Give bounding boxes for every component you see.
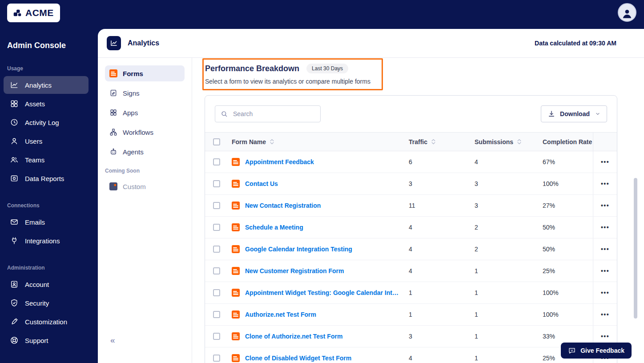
sidebar-item-assets[interactable]: Assets	[4, 95, 89, 113]
row-actions-button[interactable]: •••	[598, 222, 612, 233]
submissions-value: 2	[475, 246, 543, 253]
form-name-link[interactable]: Authorize.net Test Form	[245, 311, 316, 318]
sidebar-item-teams[interactable]: Teams	[4, 151, 89, 169]
people-icon	[10, 155, 19, 164]
page-scrollbar[interactable]	[634, 178, 637, 319]
subnav-item-custom[interactable]: Custom	[105, 178, 185, 194]
table-row: New Contact Registration 11 3 27% •••	[205, 195, 617, 217]
sidebar-item-integrations[interactable]: Integrations	[4, 232, 89, 250]
form-name-link[interactable]: Contact Us	[245, 180, 278, 187]
row-checkbox[interactable]	[213, 246, 220, 253]
form-icon	[232, 289, 240, 297]
form-icon	[232, 158, 240, 166]
row-checkbox[interactable]	[213, 311, 220, 318]
give-feedback-button[interactable]: Give Feedback	[561, 343, 632, 359]
row-actions-button[interactable]: •••	[598, 309, 612, 320]
sidebar-item-customization[interactable]: Customization	[4, 313, 89, 331]
sidebar-item-label: Data Reports	[25, 175, 64, 182]
download-label: Download	[560, 110, 590, 117]
analytics-header-icon	[107, 36, 121, 50]
sidebar-item-users[interactable]: Users	[4, 132, 89, 150]
search-input[interactable]	[232, 110, 315, 118]
table-row: Appointment Widget Testing: Google Calen…	[205, 282, 617, 304]
sidebar-item-analytics[interactable]: Analytics	[4, 76, 89, 94]
column-header-completion-rate: Completion Rate	[543, 138, 592, 145]
traffic-value: 4	[409, 224, 475, 231]
forms-icon	[109, 69, 117, 77]
submissions-value: 3	[475, 180, 543, 187]
agent-robot-icon	[109, 148, 117, 156]
row-actions-button[interactable]: •••	[598, 266, 612, 276]
report-icon	[10, 174, 19, 183]
row-checkbox[interactable]	[213, 355, 220, 362]
row-checkbox[interactable]	[213, 289, 220, 296]
row-actions-button[interactable]: •••	[598, 331, 612, 342]
forms-analytics-card: Download Form Name Traffic Submissions	[205, 95, 617, 363]
sidebar-item-label: Activity Log	[25, 119, 59, 126]
row-actions-button[interactable]: •••	[598, 244, 612, 254]
subnav-item-apps[interactable]: Apps	[105, 105, 185, 121]
row-checkbox[interactable]	[213, 180, 220, 187]
sidebar-item-emails[interactable]: Emails	[4, 213, 89, 231]
form-icon	[232, 245, 240, 253]
sidebar-item-label: Analytics	[25, 81, 52, 89]
row-checkbox[interactable]	[213, 224, 220, 231]
download-button[interactable]: Download	[541, 105, 607, 122]
sidebar-item-support[interactable]: Support	[4, 331, 89, 349]
row-actions-button[interactable]: •••	[598, 157, 612, 167]
analytics-main: Performance Breakdown Last 30 Days Selec…	[192, 58, 644, 363]
subnav-item-signs[interactable]: Signs	[105, 85, 185, 101]
row-checkbox[interactable]	[213, 267, 220, 274]
column-header-submissions: Submissions	[475, 138, 513, 145]
row-checkbox[interactable]	[213, 158, 220, 165]
form-name-link[interactable]: Appointment Feedback	[245, 158, 314, 165]
form-icon	[232, 223, 240, 231]
row-checkbox[interactable]	[213, 202, 220, 209]
row-actions-button[interactable]: •••	[598, 200, 612, 211]
row-actions-button[interactable]: •••	[598, 178, 612, 189]
user-icon	[10, 137, 19, 145]
sidebar-item-account[interactable]: Account	[4, 275, 89, 293]
row-checkbox[interactable]	[213, 333, 220, 340]
form-icon	[232, 267, 240, 275]
form-name-link[interactable]: New Contact Registration	[245, 202, 321, 209]
traffic-value: 6	[409, 158, 475, 165]
form-name-link[interactable]: Google Calendar Integration Testing	[245, 246, 352, 253]
actions-column-header	[593, 133, 617, 151]
form-name-link[interactable]: Appointment Widget Testing: Google Calen…	[245, 289, 402, 296]
subnav-collapse-button[interactable]: «	[110, 335, 115, 345]
row-actions-button[interactable]: •••	[598, 287, 612, 298]
form-name-link[interactable]: Clone of Disabled Widget Test Form	[245, 355, 351, 362]
form-icon	[232, 332, 240, 340]
user-avatar[interactable]	[618, 3, 636, 22]
workflow-icon	[109, 128, 117, 136]
form-icon	[232, 202, 240, 210]
paintbrush-icon	[10, 317, 19, 326]
subnav-item-label: Agents	[123, 148, 144, 156]
person-icon	[621, 8, 633, 19]
form-name-link[interactable]: Clone of Authorize.net Test Form	[245, 333, 342, 340]
sort-icon[interactable]	[431, 138, 436, 145]
form-name-link[interactable]: Schedule a Meeting	[245, 224, 303, 231]
content-panel: Analytics Data calculated at 09:30 AM Fo…	[98, 29, 644, 363]
sidebar-item-label: Support	[25, 337, 48, 344]
sort-icon[interactable]	[270, 138, 274, 145]
sidebar-item-label: Account	[25, 281, 49, 288]
table-row: Contact Us 3 3 100% •••	[205, 173, 617, 195]
submissions-value: 1	[475, 333, 543, 340]
form-name-link[interactable]: New Customer Registration Form	[245, 267, 344, 274]
table-row: Authorize.net Test Form 1 1 100% •••	[205, 304, 617, 326]
subnav-item-agents[interactable]: Agents	[105, 144, 185, 160]
subnav-item-workflows[interactable]: Workflows	[105, 124, 185, 140]
sidebar-item-activity-log[interactable]: Activity Log	[4, 113, 89, 131]
table-header-row: Form Name Traffic Submissions Completion…	[205, 132, 617, 151]
sidebar-item-data-reports[interactable]: Data Reports	[4, 169, 89, 187]
section-label-administration: Administration	[7, 265, 85, 271]
select-all-checkbox[interactable]	[213, 138, 220, 145]
sidebar-item-security[interactable]: Security	[4, 294, 89, 312]
subnav-item-forms[interactable]: Forms	[105, 65, 185, 81]
traffic-value: 1	[409, 289, 475, 296]
sort-icon[interactable]	[517, 138, 522, 145]
sidebar-item-label: Users	[25, 137, 42, 145]
search-box	[215, 105, 321, 122]
